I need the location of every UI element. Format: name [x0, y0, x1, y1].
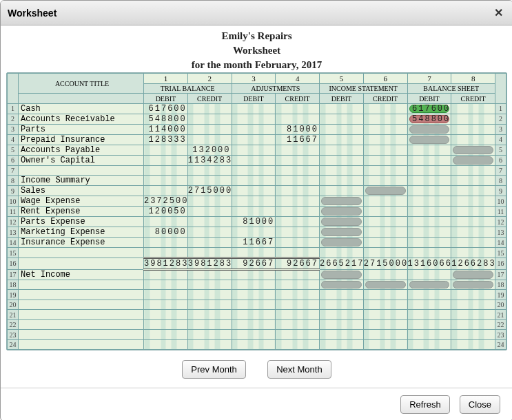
trial-balance-credit[interactable] [187, 165, 232, 176]
balance-sheet-credit[interactable] [451, 196, 495, 207]
adjustments-credit[interactable] [276, 165, 320, 176]
balance-sheet-debit[interactable] [407, 165, 451, 176]
money-cell[interactable] [407, 330, 451, 340]
money-cell[interactable] [407, 290, 451, 300]
account-title[interactable]: Parts Expense [19, 217, 144, 227]
income-stmt-debit[interactable] [320, 176, 364, 186]
adjustments-debit[interactable] [232, 103, 276, 114]
adjustments-debit[interactable] [232, 145, 276, 155]
balance-sheet-credit[interactable] [451, 217, 495, 227]
income-stmt-debit[interactable] [320, 227, 364, 238]
account-title[interactable]: Accounts Receivable [19, 114, 144, 124]
income-stmt-debit[interactable] [320, 217, 364, 227]
trial-balance-debit[interactable] [144, 145, 188, 155]
income-stmt-credit[interactable] [363, 165, 407, 176]
trial-balance-credit[interactable] [187, 227, 232, 238]
adjustments-credit[interactable] [276, 155, 320, 165]
income-stmt-credit[interactable] [363, 269, 407, 280]
money-cell[interactable] [407, 300, 451, 310]
balance-sheet-credit[interactable] [451, 155, 495, 165]
trial-balance-debit[interactable]: 114000 [144, 124, 188, 134]
income-stmt-debit[interactable] [320, 165, 364, 176]
trial-balance-debit[interactable] [144, 165, 188, 176]
balance-sheet-debit[interactable] [407, 124, 451, 134]
account-title[interactable]: Accounts Payable [19, 145, 144, 155]
money-cell[interactable] [276, 339, 320, 350]
income-stmt-credit[interactable] [363, 176, 407, 186]
adjustments-credit[interactable] [276, 145, 320, 155]
adjustments-debit[interactable] [232, 155, 276, 165]
money-cell[interactable] [276, 330, 320, 340]
adjustments-credit[interactable] [276, 103, 320, 114]
adjustments-credit[interactable]: 11667 [276, 134, 320, 145]
balance-sheet-debit[interactable] [407, 248, 451, 258]
income-stmt-debit[interactable] [320, 280, 364, 290]
trial-balance-credit[interactable] [187, 114, 232, 124]
balance-sheet-credit[interactable] [451, 145, 495, 155]
adjustments-debit[interactable] [232, 176, 276, 186]
trial-balance-credit[interactable]: 1134283 [187, 155, 232, 165]
money-cell[interactable] [407, 339, 451, 350]
trial-balance-credit[interactable] [187, 207, 232, 217]
income-stmt-credit[interactable] [363, 217, 407, 227]
income-stmt-credit[interactable] [363, 114, 407, 124]
balance-sheet-credit-total[interactable]: 1266283 [451, 258, 495, 269]
money-cell[interactable] [363, 339, 407, 350]
adjustments-debit[interactable] [232, 196, 276, 207]
adjustments-debit[interactable]: 11667 [232, 238, 276, 248]
trial-balance-debit-total[interactable]: 3981283 [144, 258, 188, 269]
trial-balance-credit[interactable] [187, 248, 232, 258]
balance-sheet-debit-total[interactable]: 1316066 [407, 258, 451, 269]
trial-balance-credit[interactable] [187, 176, 232, 186]
trial-balance-credit[interactable] [187, 217, 232, 227]
adj-c[interactable] [276, 280, 320, 290]
account-title[interactable]: Prepaid Insurance [19, 134, 144, 145]
balance-sheet-debit[interactable] [407, 196, 451, 207]
balance-sheet-debit[interactable] [407, 280, 451, 290]
balance-sheet-debit[interactable] [407, 145, 451, 155]
adjustments-credit[interactable] [276, 238, 320, 248]
money-cell[interactable] [451, 290, 495, 300]
money-cell[interactable] [451, 319, 495, 330]
balance-sheet-credit[interactable] [451, 207, 495, 217]
adjustments-debit-total[interactable]: 92667 [232, 258, 276, 269]
adj-d[interactable] [232, 280, 276, 290]
money-cell[interactable] [276, 290, 320, 300]
balance-sheet-credit[interactable] [451, 186, 495, 196]
income-stmt-credit[interactable] [363, 248, 407, 258]
prev-month-button[interactable]: Prev Month [182, 360, 245, 379]
money-cell[interactable] [320, 330, 364, 340]
trial-balance-debit[interactable]: 120050 [144, 207, 188, 217]
trial-balance-debit[interactable]: 548800 [144, 114, 188, 124]
trial-balance-credit[interactable] [187, 124, 232, 134]
balance-sheet-debit[interactable] [407, 269, 451, 280]
balance-sheet-credit[interactable] [451, 227, 495, 238]
balance-sheet-credit[interactable] [451, 248, 495, 258]
account-title[interactable] [19, 339, 144, 350]
income-stmt-debit-total[interactable]: 2665217 [320, 258, 364, 269]
balance-sheet-credit[interactable] [451, 165, 495, 176]
account-title[interactable] [19, 258, 144, 269]
account-title[interactable] [19, 310, 144, 320]
money-cell[interactable] [276, 310, 320, 320]
adjustments-debit[interactable] [232, 248, 276, 258]
income-stmt-debit[interactable] [320, 145, 364, 155]
close-button[interactable]: Close [460, 395, 500, 414]
income-stmt-credit[interactable] [363, 207, 407, 217]
trial-balance-debit[interactable] [144, 238, 188, 248]
money-cell[interactable] [232, 300, 276, 310]
trial-balance-credit[interactable] [187, 196, 232, 207]
adjustments-credit[interactable] [276, 114, 320, 124]
money-cell[interactable] [144, 319, 188, 330]
adjustments-debit[interactable]: 81000 [232, 217, 276, 227]
money-cell[interactable] [187, 319, 232, 330]
balance-sheet-credit[interactable] [451, 269, 495, 280]
adj-c[interactable] [276, 269, 320, 280]
trial-balance-debit[interactable]: 128333 [144, 134, 188, 145]
balance-sheet-debit[interactable]: 548800 [407, 114, 451, 124]
balance-sheet-credit[interactable] [451, 103, 495, 114]
money-cell[interactable] [320, 310, 364, 320]
income-stmt-credit[interactable] [363, 124, 407, 134]
trial-balance-debit[interactable] [144, 217, 188, 227]
adjustments-debit[interactable] [232, 114, 276, 124]
